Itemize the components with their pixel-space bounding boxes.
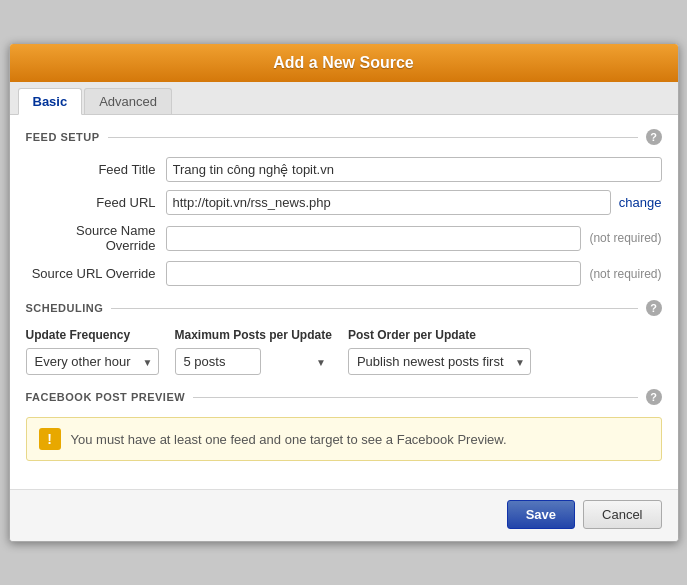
scheduling-title-row: SCHEDULING ? — [26, 300, 662, 316]
update-frequency-select[interactable]: Every hour Every other hour Every 4 hour… — [26, 348, 159, 375]
source-url-row: Source URL Override (not required) — [26, 261, 662, 286]
scheduling-title: SCHEDULING — [26, 302, 104, 314]
tab-advanced[interactable]: Advanced — [84, 88, 172, 114]
dialog-body: FEED SETUP ? Feed Title Feed URL change … — [10, 115, 678, 489]
feed-setup-section: FEED SETUP ? Feed Title Feed URL change … — [26, 129, 662, 286]
facebook-preview-box: ! You must have at least one feed and on… — [26, 417, 662, 461]
feed-setup-divider — [108, 137, 638, 138]
feed-url-change-link[interactable]: change — [619, 195, 662, 210]
source-url-label: Source URL Override — [26, 266, 166, 281]
scheduling-divider — [111, 308, 637, 309]
update-frequency-col: Update Frequency Every hour Every other … — [26, 328, 159, 375]
cancel-button[interactable]: Cancel — [583, 500, 661, 529]
source-name-row: Source Name Override (not required) — [26, 223, 662, 253]
post-order-select[interactable]: Publish newest posts first Publish oldes… — [348, 348, 531, 375]
max-posts-label: Maximum Posts per Update — [175, 328, 332, 342]
save-button[interactable]: Save — [507, 500, 575, 529]
source-name-hint: (not required) — [589, 231, 661, 245]
post-order-col: Post Order per Update Publish newest pos… — [348, 328, 531, 375]
max-posts-select[interactable]: 1 post 2 posts 3 posts 4 posts 5 posts 1… — [175, 348, 261, 375]
dialog-header: Add a New Source — [10, 44, 678, 82]
post-order-select-wrap: Publish newest posts first Publish oldes… — [348, 348, 531, 375]
dialog: Add a New Source Basic Advanced FEED SET… — [9, 43, 679, 542]
tab-basic[interactable]: Basic — [18, 88, 83, 115]
source-name-input[interactable] — [166, 226, 582, 251]
feed-url-label: Feed URL — [26, 195, 166, 210]
max-posts-select-wrap: 1 post 2 posts 3 posts 4 posts 5 posts 1… — [175, 348, 332, 375]
tabs-bar: Basic Advanced — [10, 82, 678, 115]
feed-setup-title: FEED SETUP — [26, 131, 100, 143]
source-url-input[interactable] — [166, 261, 582, 286]
update-frequency-select-wrap: Every hour Every other hour Every 4 hour… — [26, 348, 159, 375]
update-frequency-label: Update Frequency — [26, 328, 159, 342]
warning-icon: ! — [39, 428, 61, 450]
feed-url-input[interactable] — [166, 190, 611, 215]
feed-setup-help-icon[interactable]: ? — [646, 129, 662, 145]
feed-title-input[interactable] — [166, 157, 662, 182]
scheduling-section: SCHEDULING ? Update Frequency Every hour… — [26, 300, 662, 375]
source-url-hint: (not required) — [589, 267, 661, 281]
feed-title-label: Feed Title — [26, 162, 166, 177]
feed-url-row: Feed URL change — [26, 190, 662, 215]
facebook-preview-help-icon[interactable]: ? — [646, 389, 662, 405]
max-posts-arrow-icon: ▼ — [316, 356, 326, 367]
scheduling-help-icon[interactable]: ? — [646, 300, 662, 316]
source-name-label: Source Name Override — [26, 223, 166, 253]
feed-setup-title-row: FEED SETUP ? — [26, 129, 662, 145]
max-posts-col: Maximum Posts per Update 1 post 2 posts … — [175, 328, 332, 375]
facebook-preview-section: FACEBOOK POST PREVIEW ? ! You must have … — [26, 389, 662, 461]
facebook-preview-title: FACEBOOK POST PREVIEW — [26, 391, 186, 403]
dialog-footer: Save Cancel — [10, 489, 678, 541]
scheduling-columns: Update Frequency Every hour Every other … — [26, 328, 662, 375]
post-order-label: Post Order per Update — [348, 328, 531, 342]
facebook-preview-title-row: FACEBOOK POST PREVIEW ? — [26, 389, 662, 405]
feed-title-row: Feed Title — [26, 157, 662, 182]
facebook-preview-divider — [193, 397, 637, 398]
facebook-preview-message: You must have at least one feed and one … — [71, 432, 507, 447]
dialog-title: Add a New Source — [273, 54, 413, 71]
